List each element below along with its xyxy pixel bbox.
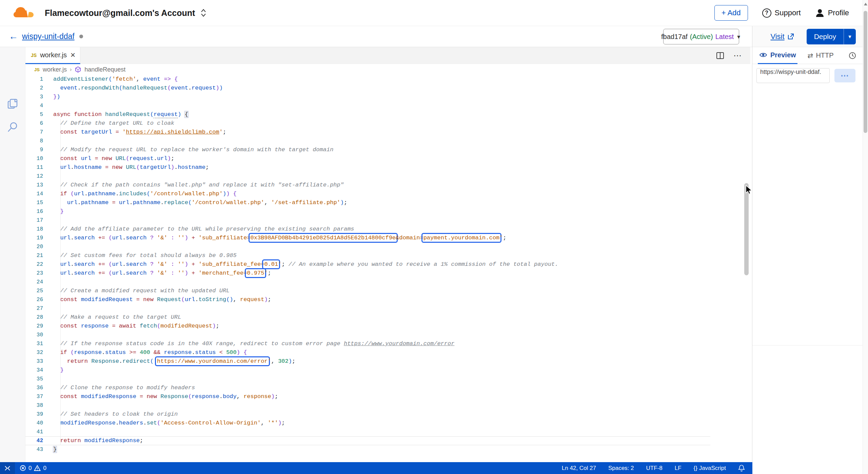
code-line[interactable]: 39 // Set headers to cloak the origin <box>25 410 710 419</box>
code-line[interactable]: 29 const response = await fetch(modified… <box>25 322 710 331</box>
explorer-icon[interactable] <box>7 98 19 110</box>
line-number: 34 <box>25 366 43 375</box>
account-title[interactable]: Flamecowtour@gmail.com's Account <box>45 8 195 18</box>
code-line[interactable]: 26 const modifiedRequest = new Request(u… <box>25 295 710 304</box>
code-line[interactable]: 3}) <box>25 93 710 101</box>
code-line[interactable]: 16 } <box>25 207 710 216</box>
code-line[interactable]: 15 url.pathname = url.pathname.replace('… <box>25 198 710 207</box>
code-line[interactable]: 41 <box>25 428 710 436</box>
code-line[interactable]: 36 // Clone the response to modify heade… <box>25 383 710 392</box>
code-line[interactable]: 30 <box>25 331 710 339</box>
code-line[interactable]: 2 event.respondWith(handleRequest(event.… <box>25 84 710 93</box>
breadcrumb-symbol[interactable]: handleRequest <box>84 66 125 73</box>
code-line[interactable]: 34 } <box>25 366 710 375</box>
line-number: 30 <box>25 331 43 339</box>
code-line[interactable]: 11 url.hostname = new URL(targetUrl).hos… <box>25 163 710 172</box>
highlighted-value[interactable]: 0.975 <box>246 269 265 277</box>
code-line[interactable]: 21 // Set custom fees for total should a… <box>25 251 710 260</box>
split-editor-icon[interactable] <box>716 51 725 60</box>
line-number: 7 <box>25 128 43 137</box>
code-line[interactable]: 7 const targetUrl = 'https://api.shieldc… <box>25 128 710 137</box>
bell-icon[interactable] <box>738 465 745 472</box>
code-line[interactable]: 40 modifiedResponse.headers.set('Access-… <box>25 419 710 428</box>
code-line[interactable]: 43} <box>25 445 710 454</box>
highlighted-value[interactable]: https://www.yourdomain.com/error <box>156 357 269 365</box>
code-line[interactable]: 9 // Modify the request URL to replace t… <box>25 145 710 154</box>
scrollbar-thumb[interactable] <box>864 11 867 133</box>
problems-status[interactable]: 0 0 <box>20 465 46 472</box>
breadcrumb-separator: › <box>70 66 72 73</box>
code-line[interactable]: 23 url.search += (url.search ? '&' : '')… <box>25 269 710 278</box>
code-line[interactable]: 12 <box>25 172 710 181</box>
code-line[interactable]: 14 if (url.pathname.includes('/control/w… <box>25 190 710 198</box>
highlighted-value[interactable]: 0.01 <box>263 260 279 268</box>
editor-scrollbar-thumb[interactable] <box>744 183 749 275</box>
code-line[interactable]: 24 <box>25 278 710 287</box>
eol-setting[interactable]: LF <box>675 465 682 472</box>
line-number: 15 <box>25 198 43 207</box>
add-button[interactable]: + Add <box>714 5 748 21</box>
cloudflare-logo[interactable] <box>13 6 35 20</box>
code-line[interactable]: 27 <box>25 304 710 313</box>
code-line[interactable]: 25 // Create a modified request with the… <box>25 287 710 295</box>
code-line[interactable]: 5async function handleRequest(request) { <box>25 110 710 119</box>
more-actions-icon[interactable]: ⋯ <box>733 51 742 60</box>
account-switcher-icon[interactable] <box>200 8 206 17</box>
code-line[interactable]: 17 <box>25 216 710 225</box>
code-line[interactable]: 31 // If the response status code is in … <box>25 339 710 348</box>
preview-url-input[interactable]: https://wispy-unit-ddaf. <box>756 68 830 83</box>
encoding-setting[interactable]: UTF-8 <box>646 465 663 472</box>
code-editor[interactable]: 1addEventListener('fetch', event => {2 e… <box>25 75 750 462</box>
close-tab-icon[interactable]: ✕ <box>70 51 76 59</box>
line-number: 10 <box>25 154 43 163</box>
worker-name-link[interactable]: wispy-unit-ddaf <box>22 32 75 41</box>
deploy-button[interactable]: Deploy <box>807 29 844 44</box>
code-line[interactable]: 19 url.search += (url.search ? '&' : '')… <box>25 234 710 242</box>
deploy-options-button[interactable]: ▼ <box>844 29 856 44</box>
code-line[interactable]: 22 url.search += (url.search ? '&' : '')… <box>25 260 710 269</box>
code-line[interactable]: 18 // Add the affiliate parameter to the… <box>25 225 710 234</box>
warning-icon <box>34 465 41 471</box>
code-line[interactable]: 37 const modifiedResponse = new Response… <box>25 392 710 401</box>
remote-indicator-icon[interactable] <box>0 462 15 474</box>
eye-icon <box>759 52 767 58</box>
code-line[interactable]: 4 <box>25 101 710 110</box>
visit-link[interactable]: Visit <box>770 32 794 41</box>
code-line[interactable]: 1addEventListener('fetch', event => { <box>25 75 710 84</box>
line-number: 17 <box>25 216 43 225</box>
line-number: 12 <box>25 172 43 181</box>
scroll-up-arrow[interactable] <box>864 3 867 5</box>
version-dropdown[interactable]: fbad17af (Active) Latest ▼ <box>663 29 739 44</box>
tab-label: worker.js <box>40 51 67 59</box>
code-lines: 1addEventListener('fetch', event => {2 e… <box>25 75 750 454</box>
tab-preview[interactable]: Preview <box>758 47 797 64</box>
support-menu[interactable]: ? Support <box>762 8 801 18</box>
browser-scrollbar[interactable] <box>863 0 868 474</box>
code-line[interactable]: 32 if (response.status >= 400 && respons… <box>25 348 710 357</box>
code-line[interactable]: 33 return Response.redirect('https://www… <box>25 357 710 366</box>
search-icon[interactable] <box>7 121 19 133</box>
code-line[interactable]: 20 <box>25 242 710 251</box>
code-line[interactable]: 8 <box>25 137 710 145</box>
code-line[interactable]: 13 // Check if the path contains "wallet… <box>25 181 710 190</box>
tab-http[interactable]: ⇄ HTTP <box>808 52 834 60</box>
breadcrumb-file[interactable]: worker.js <box>43 66 67 73</box>
code-line[interactable]: 38 <box>25 401 710 410</box>
language-mode[interactable]: {} JavaScript <box>694 465 726 472</box>
cursor-position[interactable]: Ln 42, Col 27 <box>562 465 596 472</box>
profile-menu[interactable]: Profile <box>815 8 849 18</box>
history-clock-icon[interactable] <box>848 52 856 60</box>
highlighted-value[interactable]: payment.yourdomain.com <box>422 234 500 242</box>
url-more-button[interactable]: ⋯ <box>834 69 855 82</box>
code-line[interactable]: 28 // Make a request to the target URL <box>25 313 710 322</box>
code-line[interactable]: 6 // Define the target URL to cloak <box>25 119 710 128</box>
preview-panel-tabs: Preview ⇄ HTTP <box>752 47 863 64</box>
visit-label: Visit <box>770 32 784 41</box>
code-line[interactable]: 35 <box>25 375 710 383</box>
highlighted-value[interactable]: 0x3B98AFD0Bb4b4291eD825d1A8d5E62b14800cf… <box>250 234 397 242</box>
tab-workerjs[interactable]: JS worker.js ✕ <box>25 47 80 64</box>
code-line[interactable]: 10 const url = new URL(request.url); <box>25 154 710 163</box>
back-arrow-icon[interactable]: ← <box>9 31 18 42</box>
code-line[interactable]: 42 return modifiedResponse; <box>25 436 710 445</box>
indentation-setting[interactable]: Spaces: 2 <box>608 465 634 472</box>
